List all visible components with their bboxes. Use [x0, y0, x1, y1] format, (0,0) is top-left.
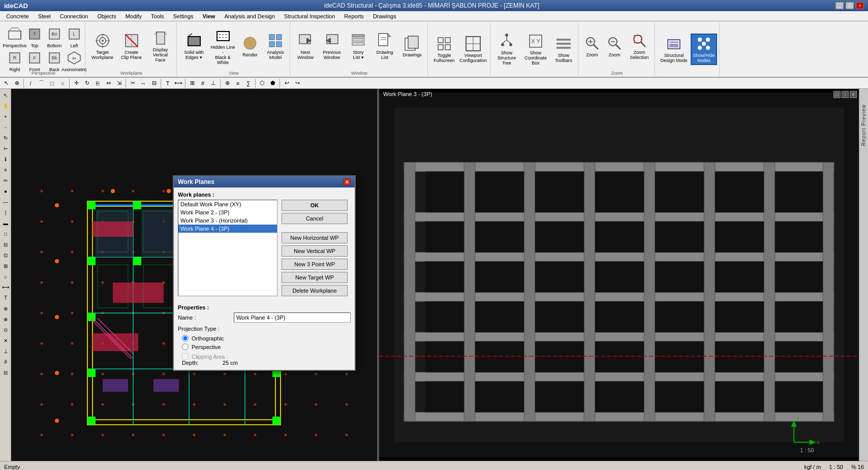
wp-item-3[interactable]: Work Plane 3 - (Horizontal)	[178, 216, 277, 225]
display-vertical-face-button[interactable]: DisplayVertical Face	[146, 28, 174, 64]
toggle-fullscreen-button[interactable]: ToggleFullscreen	[431, 34, 457, 65]
delete-workplane-button[interactable]: Delete Workplane	[282, 285, 348, 296]
new-3point-wp-button[interactable]: New 3 Point WP	[282, 259, 348, 270]
lp-beam[interactable]: —	[1, 197, 11, 207]
tb2-mirror[interactable]: ⇔	[103, 78, 113, 88]
drawings-button[interactable]: Drawings	[399, 32, 425, 61]
tb2-ortho[interactable]: ⊥	[208, 78, 219, 88]
menu-drawings[interactable]: Drawings	[369, 12, 400, 20]
tb2-3d-view[interactable]: ⬡	[257, 78, 267, 88]
tb2-props[interactable]: ≡	[233, 78, 243, 88]
dialog-close-button[interactable]: ×	[344, 178, 351, 185]
viewport-pin[interactable]: ↑	[842, 91, 849, 98]
previous-window-button[interactable]: Previous Window	[319, 31, 345, 61]
tb2-offset[interactable]: ⊟	[149, 78, 159, 88]
show-hide-nodes-button[interactable]: Show/HideNodes	[691, 34, 717, 65]
minimize-button[interactable]: _	[835, 2, 844, 9]
tb2-select[interactable]: ↖	[1, 78, 11, 88]
tb2-arc[interactable]: ⌒	[36, 78, 46, 88]
lp-snap-node[interactable]: ⊕	[1, 303, 11, 314]
lp-node[interactable]: ●	[1, 186, 11, 196]
tb2-trim[interactable]: ✂	[128, 78, 138, 88]
structural-design-mode-button[interactable]: Mode StructuralDesign Mode	[658, 34, 690, 65]
tb2-rect[interactable]: □	[47, 78, 57, 88]
axonometric-button[interactable]: Ax Axonometric	[64, 46, 85, 76]
orthographic-radio[interactable]	[182, 335, 189, 341]
lp-stair[interactable]: ⊟	[1, 239, 11, 249]
solid-with-edges-button[interactable]: Solid withEdges ▾	[180, 31, 208, 61]
menu-modify[interactable]: Modify	[121, 12, 146, 20]
wp-item-2[interactable]: Work Plane 2 - (3P)	[178, 208, 277, 216]
drawing-list-button[interactable]: DrawingList	[371, 31, 398, 61]
lp-select[interactable]: ↖	[1, 90, 11, 100]
clipping-area-checkbox[interactable]	[182, 353, 189, 360]
menu-steel[interactable]: Steel	[34, 12, 55, 20]
tb2-rotate[interactable]: ↻	[82, 78, 92, 88]
lp-snap-mid[interactable]: ⊗	[1, 314, 11, 324]
viewport-close[interactable]: ×	[850, 91, 857, 98]
name-input[interactable]	[234, 312, 351, 323]
menu-concrete[interactable]: Concrete	[2, 12, 33, 20]
hidden-line-button[interactable]: Hidden Line -Black & White	[209, 26, 237, 67]
lp-ortho-mode[interactable]: ⊟	[1, 367, 11, 378]
create-clip-plane-button[interactable]: CreateClip Plane	[117, 31, 145, 61]
tb2-undo[interactable]: ↩	[282, 78, 292, 88]
lp-draw[interactable]: ✏	[1, 175, 11, 185]
menu-settings[interactable]: Settings	[169, 12, 198, 20]
lp-dim[interactable]: ⟷	[1, 282, 11, 292]
new-vertical-wp-button[interactable]: New Vertical WP	[282, 245, 348, 257]
wp-item-4[interactable]: Work Plane 4 - (3P)	[178, 225, 277, 233]
lp-snap-int[interactable]: ✕	[1, 335, 11, 346]
show-toolbars-button[interactable]: ShowToolbars	[551, 34, 576, 65]
tb2-snap[interactable]: ⊞	[187, 78, 197, 88]
lp-info[interactable]: ℹ	[1, 154, 11, 164]
tb2-extend[interactable]: ↔	[138, 78, 148, 88]
menu-view[interactable]: View	[199, 12, 220, 20]
tb2-copy[interactable]: ⎘	[92, 78, 103, 88]
report-preview-label[interactable]: Report Preview	[861, 104, 866, 146]
menu-reports[interactable]: Reports	[340, 12, 368, 20]
right-view-button[interactable]: R Right	[4, 46, 25, 76]
tb2-scale[interactable]: ⇲	[114, 78, 124, 88]
lp-slab[interactable]: □	[1, 229, 11, 239]
tb2-calc[interactable]: ∑	[243, 78, 254, 88]
maximize-button[interactable]: □	[846, 2, 854, 9]
lp-snap-per[interactable]: ⊥	[1, 346, 11, 356]
lp-roof[interactable]: ⌂	[1, 271, 11, 281]
analysis-model-button[interactable]: AnalysisModel	[263, 31, 288, 61]
close-button[interactable]: ×	[856, 2, 864, 9]
new-target-wp-button[interactable]: New Target WP	[282, 272, 348, 283]
menu-structural-inspection[interactable]: Structural Inspection	[280, 12, 339, 20]
ok-button[interactable]: OK	[282, 200, 348, 211]
tb2-line[interactable]: /	[25, 78, 36, 88]
tb2-layers[interactable]: ⊕	[222, 78, 232, 88]
lp-zoom-in[interactable]: +	[1, 111, 11, 121]
lp-column[interactable]: |	[1, 207, 11, 217]
tb2-circle[interactable]: ○	[57, 78, 68, 88]
menu-objects[interactable]: Objects	[93, 12, 120, 20]
tb2-move[interactable]: ✛	[71, 78, 81, 88]
next-window-button[interactable]: NextWindow	[293, 31, 318, 61]
target-workplane-button[interactable]: TargetWorkplane	[88, 31, 116, 61]
tb2-zoom-fit[interactable]: ⊕	[12, 78, 22, 88]
lp-prop[interactable]: ≡	[1, 165, 11, 175]
tb2-wireframe[interactable]: ⬟	[268, 78, 278, 88]
lp-snap-grid[interactable]: #	[1, 357, 11, 367]
lp-wall[interactable]: ▬	[1, 218, 11, 228]
tb2-text[interactable]: T	[163, 78, 173, 88]
render-button[interactable]: Render	[238, 32, 262, 61]
viewport-config-button[interactable]: ViewportConfiguration	[458, 34, 488, 65]
lp-door[interactable]: ⊡	[1, 250, 11, 260]
viewport-maximize[interactable]: □	[833, 91, 841, 98]
menu-tools[interactable]: Tools	[147, 12, 168, 20]
new-horizontal-wp-button[interactable]: New Horizontal WP	[282, 232, 348, 243]
show-structure-tree-button[interactable]: ShowStructure Tree	[493, 32, 520, 67]
perspective-radio[interactable]	[182, 343, 189, 350]
lp-window[interactable]: ⊞	[1, 261, 11, 271]
menu-analysis[interactable]: Analysis and Design	[220, 12, 279, 20]
zoom2-button[interactable]: Zoom	[604, 32, 625, 61]
tb2-dim[interactable]: ⟷	[173, 78, 183, 88]
lp-snap-end[interactable]: ⊙	[1, 325, 11, 335]
lp-orbit[interactable]: ↻	[1, 133, 11, 143]
story-list-button[interactable]: StoryList ▾	[346, 31, 370, 61]
